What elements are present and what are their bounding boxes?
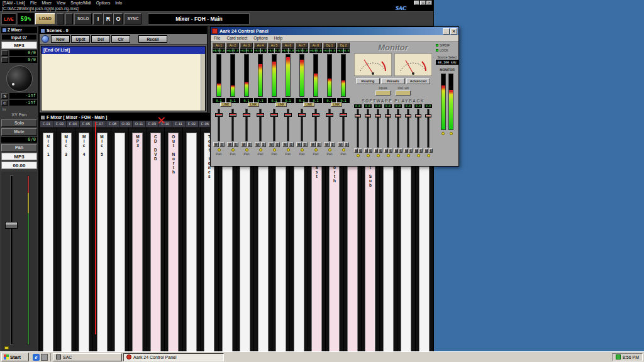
channel-tab-f-08[interactable]: F-08 [106, 121, 119, 127]
aark-menu-options[interactable]: Options [250, 35, 270, 41]
solo-button[interactable]: S [316, 142, 322, 147]
aark-channel-button-an-3[interactable]: An 3 [240, 43, 253, 48]
fader-handle[interactable] [298, 113, 306, 117]
solo-button[interactable]: S [409, 148, 412, 153]
z-mixer-titlebar[interactable]: Z Mixer [1, 27, 37, 33]
solo-button[interactable]: S [358, 148, 362, 153]
channel-tab-f-03[interactable]: F-03 [53, 121, 66, 127]
toolbar-button-1[interactable] [57, 13, 64, 25]
pan-knob[interactable] [367, 154, 370, 157]
maximize-icon[interactable]: □ [420, 1, 426, 5]
pan-knob[interactable] [387, 154, 390, 157]
pan-knob[interactable] [441, 132, 445, 135]
desktop-icon[interactable] [41, 354, 48, 361]
solo-button[interactable]: S [233, 142, 239, 147]
fader-handle[interactable] [375, 114, 381, 118]
solo-button[interactable]: S [330, 142, 336, 147]
input-select[interactable]: Input 07 [1, 34, 37, 40]
pan-knob[interactable] [287, 148, 290, 151]
mute-button[interactable]: M [425, 148, 428, 153]
load-button[interactable]: LOAD [35, 13, 55, 25]
aark-titlebar[interactable]: Aark 24 Control Panel _✕ [211, 27, 458, 35]
scenes-list[interactable]: [End Of List] [41, 46, 206, 111]
outvol-button[interactable] [396, 90, 411, 96]
pan-knob[interactable] [357, 154, 360, 157]
i-button[interactable]: I [93, 13, 103, 25]
mute-button[interactable]: M [282, 142, 288, 147]
fader-handle[interactable] [395, 114, 401, 118]
channel-tab-f-01[interactable]: F-01 [40, 121, 53, 127]
aark-menu-file[interactable]: File [211, 35, 223, 41]
pan-knob[interactable] [314, 148, 318, 151]
o-button[interactable]: O [113, 13, 123, 25]
toolbar-button-2[interactable] [65, 13, 73, 25]
solo-button[interactable]: S [344, 142, 350, 147]
presets-button[interactable]: Presets [381, 78, 405, 84]
link-button[interactable]: LINK [331, 102, 342, 107]
solo-button[interactable]: SOLO [74, 13, 92, 25]
sync-button[interactable]: SYNC [124, 13, 142, 25]
inputs-button[interactable] [375, 90, 391, 96]
mute-button[interactable]: M [213, 142, 219, 147]
mute-button[interactable]: M [404, 148, 408, 153]
link-button[interactable]: LINK [248, 102, 259, 107]
scenes-del-button[interactable]: Del [91, 35, 110, 43]
menu-saw-link[interactable]: [SAW - Link] [0, 0, 28, 6]
fader-handle[interactable] [5, 222, 18, 229]
aark-menu-card-select[interactable]: Card select [223, 35, 250, 41]
pan-knob[interactable] [328, 148, 331, 151]
aark-channel-button-an-6[interactable]: An 6 [282, 43, 294, 48]
solo-button[interactable]: S [289, 142, 294, 147]
minimize-icon[interactable]: _ [414, 1, 419, 5]
mute-button[interactable]: M [394, 148, 398, 153]
solo-button[interactable]: S [247, 142, 253, 147]
fader-handle[interactable] [326, 113, 333, 117]
mute-button[interactable]: Mute [1, 128, 37, 136]
aark-channel-button-an-7[interactable]: An 7 [296, 43, 308, 48]
menu-view[interactable]: View [54, 0, 68, 6]
channel-tab-f-02[interactable]: F-02 [186, 121, 198, 127]
aark-channel-button-dg-2[interactable]: Dg 2 [337, 43, 350, 48]
menu-info[interactable]: Info [113, 0, 125, 6]
solo-button[interactable]: S [379, 148, 382, 153]
taskbar-task-aark-24-control-panel[interactable]: Aark 24 Control Panel [123, 353, 224, 361]
advanced-button[interactable]: Advanced [406, 78, 430, 84]
mute-button[interactable]: M [324, 142, 330, 147]
tray-app-icon[interactable] [616, 354, 621, 359]
aark-channel-button-an-4[interactable]: An 4 [254, 43, 267, 48]
ie-icon[interactable]: e [33, 354, 40, 361]
pan-knob[interactable] [342, 148, 345, 151]
mute-button[interactable]: M [338, 142, 343, 147]
solo-button[interactable]: S [303, 142, 308, 147]
start-button[interactable]: Start [1, 353, 29, 361]
mute-button[interactable]: M [296, 142, 302, 147]
fader-handle[interactable] [355, 114, 361, 118]
scenes-titlebar[interactable]: Scenes - 0 [40, 27, 207, 34]
mute-button[interactable]: M [384, 148, 388, 153]
solo-button[interactable]: S [429, 148, 432, 153]
aark-channel-button-an-2[interactable]: An 2 [226, 43, 239, 48]
fader-handle[interactable] [385, 114, 391, 118]
pan-knob[interactable] [417, 154, 420, 157]
solo-button[interactable]: S [419, 148, 422, 153]
pan-knob[interactable] [259, 148, 262, 151]
mute-button[interactable]: M [310, 142, 316, 147]
pan-knob[interactable] [273, 148, 276, 151]
aark-channel-button-an-5[interactable]: An 5 [268, 43, 280, 48]
scenes-updt-button[interactable]: Updt [71, 35, 90, 43]
routing-button[interactable]: Routing [356, 78, 380, 84]
c-button[interactable]: C [1, 100, 8, 106]
solo-button[interactable]: S [219, 142, 225, 147]
pan-knob[interactable] [301, 148, 304, 151]
mute-button[interactable]: M [227, 142, 233, 147]
channel-tab-f-11[interactable]: F-11 [172, 121, 185, 127]
fader-handle[interactable] [312, 113, 319, 117]
aark-channel-button-an-8[interactable]: An 8 [309, 43, 322, 48]
aark-channel-button-dg-1[interactable]: Dg 1 [323, 43, 336, 48]
solo-button[interactable]: S [389, 148, 392, 153]
mute-button[interactable]: M [269, 142, 274, 147]
close-icon[interactable]: ✕ [450, 28, 457, 35]
solo-button[interactable]: Solo [1, 119, 37, 127]
mute-button[interactable]: M [414, 148, 418, 153]
channel-tab-o-11[interactable]: O-11 [133, 121, 145, 127]
